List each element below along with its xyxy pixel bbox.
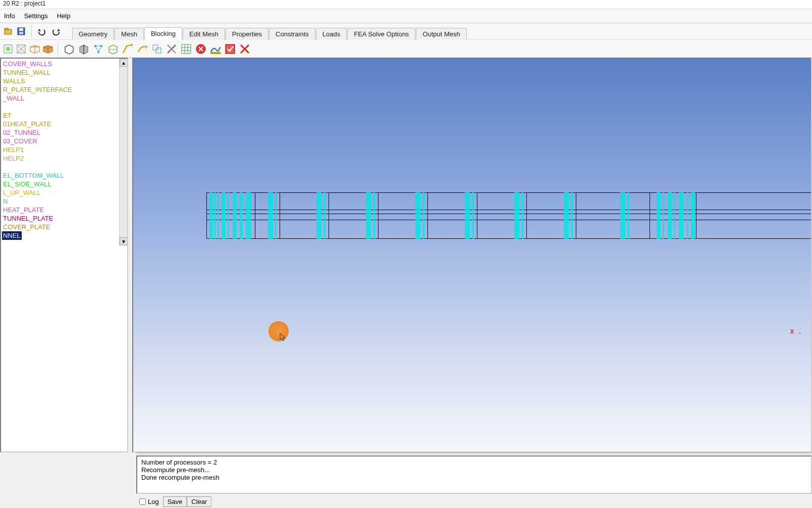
create-block-icon[interactable] [62, 42, 76, 56]
viewport-3d[interactable]: X . [132, 58, 812, 452]
svg-rect-3 [19, 28, 23, 31]
tree-item[interactable]: 01HEAT_PLATE [2, 120, 126, 128]
merge-vertices-icon[interactable] [91, 42, 105, 56]
tab-constraints[interactable]: Constraints [269, 28, 315, 40]
tree-item[interactable] [2, 163, 126, 171]
tree-item[interactable]: N [2, 197, 126, 206]
file-tools [0, 25, 29, 37]
log-area: Number of processors = 2Recompute pre-me… [136, 452, 812, 508]
delete-block-icon[interactable] [238, 42, 252, 56]
tree-item[interactable] [2, 103, 126, 111]
title-bar: 20 R2 : project1 [0, 0, 812, 9]
main-area: COVER_WALLSTUNNEL_WALLWALLSR_PLATE_INTER… [0, 58, 812, 452]
tab-edit-mesh[interactable]: Edit Mesh [183, 28, 225, 40]
log-checkbox-label[interactable]: Log [139, 498, 159, 505]
svg-rect-23 [210, 52, 221, 54]
svg-rect-1 [5, 28, 8, 30]
toolbar-row-bottom [0, 39, 812, 58]
tree-item[interactable]: R_PLATE_INTERFACE [2, 85, 126, 94]
menu-info[interactable]: Info [4, 12, 15, 20]
svg-rect-24 [226, 44, 235, 54]
cursor-highlight [268, 321, 289, 341]
tree-item[interactable]: EL_SIDE_WALL [2, 180, 126, 188]
move-vertex-icon[interactable] [135, 42, 149, 56]
fit-view-icon[interactable] [2, 43, 14, 55]
svg-rect-4 [19, 32, 23, 34]
view-tools [0, 43, 58, 55]
tree-item[interactable]: COVER_WALLS [2, 60, 126, 68]
block-checks-icon[interactable] [223, 42, 237, 56]
box-zoom-icon[interactable] [15, 43, 27, 55]
log-checkbox-text: Log [148, 498, 159, 505]
main-tabs: Geometry Mesh Blocking Edit Mesh Propert… [72, 23, 467, 39]
undo-icon[interactable] [36, 25, 48, 37]
tab-blocking[interactable]: Blocking [144, 27, 182, 40]
associate-icon[interactable] [121, 42, 135, 56]
edit-edge-icon[interactable] [165, 42, 179, 56]
scroll-down-icon[interactable]: ▼ [120, 237, 128, 245]
log-line: Recompute pre-mesh... [141, 466, 807, 474]
tree-item[interactable]: HELP1 [2, 145, 126, 154]
svg-point-12 [131, 44, 133, 46]
clear-log-button[interactable]: Clear [187, 496, 211, 507]
svg-rect-14 [156, 48, 161, 53]
tree-item[interactable]: EL_BOTTOM_WALL [2, 171, 126, 180]
tree-item[interactable]: WALLS [2, 77, 126, 85]
tree-item[interactable]: HEAT_PLATE [2, 206, 126, 214]
split-block-icon[interactable] [77, 42, 91, 56]
menu-settings[interactable]: Settings [24, 12, 48, 20]
tree-item[interactable]: TUNNEL_WALL [2, 68, 126, 77]
transform-block-icon[interactable] [150, 42, 164, 56]
premesh-quality-icon[interactable] [194, 42, 208, 56]
wireframe-icon[interactable] [28, 43, 40, 55]
tree-scrollbar[interactable]: ▲ ▼ [119, 59, 127, 245]
log-line: Done recompute pre-mesh [141, 474, 807, 481]
save-log-button[interactable]: Save [163, 496, 187, 507]
tree-content[interactable]: COVER_WALLSTUNNEL_WALLWALLSR_PLATE_INTER… [1, 59, 127, 245]
menu-help[interactable]: Help [57, 12, 71, 20]
redo-icon[interactable] [50, 25, 62, 37]
premesh-smooth-icon[interactable] [208, 42, 223, 56]
edit-block-icon[interactable] [106, 42, 120, 56]
log-panel[interactable]: Number of processors = 2Recompute pre-me… [136, 455, 812, 494]
open-icon[interactable] [2, 25, 14, 37]
undo-redo-group [31, 25, 66, 37]
tree-item[interactable]: COVER_PLATE [2, 223, 126, 231]
tree-item[interactable]: HELP2 [2, 154, 126, 163]
log-line: Number of processors = 2 [141, 459, 807, 466]
log-checkbox[interactable] [139, 498, 146, 505]
axis-x-label: X . [790, 328, 802, 335]
window-title: 20 R2 : project1 [3, 0, 46, 7]
tree-item[interactable]: _WALL [2, 94, 126, 103]
menu-bar: Info Settings Help [0, 9, 812, 23]
tree-item[interactable]: 03_COVER [2, 137, 126, 145]
scroll-up-icon[interactable]: ▲ [120, 59, 128, 67]
save-icon[interactable] [15, 25, 27, 37]
shaded-icon[interactable] [41, 43, 53, 55]
tab-fea-solve[interactable]: FEA Solve Options [347, 28, 415, 40]
tab-loads[interactable]: Loads [316, 28, 347, 40]
log-controls: Log Save Clear [136, 494, 812, 508]
blocking-tools [58, 42, 256, 56]
toolbar-row-top: Geometry Mesh Blocking Edit Mesh Propert… [0, 23, 812, 39]
svg-rect-13 [153, 45, 158, 50]
tree-item[interactable]: ET [2, 111, 126, 120]
tree-item[interactable]: NNEL [2, 231, 22, 240]
tree-item[interactable]: 02_TUNNEL [2, 128, 126, 137]
tab-properties[interactable]: Properties [226, 28, 268, 40]
tree-item[interactable]: L_UP_WALL [2, 188, 126, 197]
blocking-structure [206, 192, 812, 239]
tree-item[interactable]: TUNNEL_PLATE [2, 214, 126, 223]
tab-mesh[interactable]: Mesh [115, 28, 144, 40]
svg-rect-17 [182, 44, 191, 54]
parts-tree-panel: COVER_WALLSTUNNEL_WALLWALLSR_PLATE_INTER… [0, 58, 128, 452]
tab-geometry[interactable]: Geometry [72, 28, 114, 40]
tab-output-mesh[interactable]: Output Mesh [416, 28, 466, 40]
svg-point-6 [6, 47, 10, 51]
premesh-params-icon[interactable] [179, 42, 193, 56]
toolbar-area: Geometry Mesh Blocking Edit Mesh Propert… [0, 23, 812, 58]
